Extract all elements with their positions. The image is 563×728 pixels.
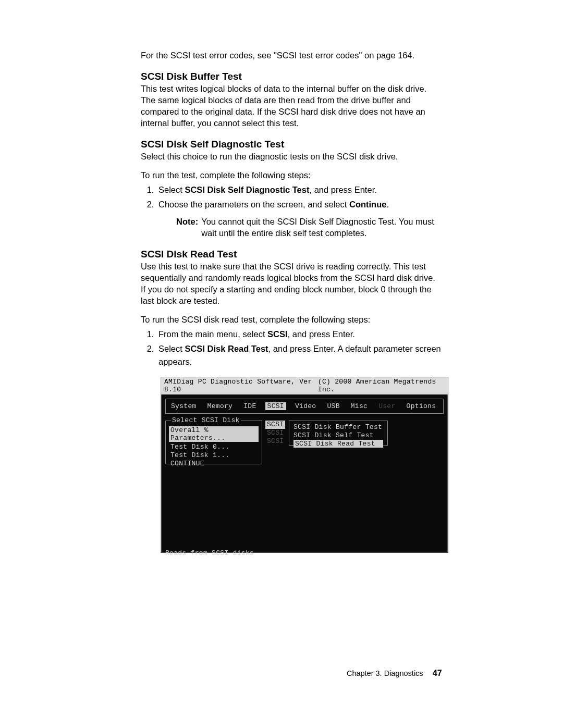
panel-left-highlight: Overall % Parameters... xyxy=(169,426,259,442)
panel-left-title: Select SCSI Disk xyxy=(171,416,241,424)
note-body: You cannot quit the SCSI Disk Self Diagn… xyxy=(201,216,442,239)
menu-bar: System Memory IDE SCSI Video USB Misc Us… xyxy=(165,399,444,414)
terminal-title: AMIDiag PC Diagnostic Software, Ver 8.10 xyxy=(164,378,318,393)
status-line: Reads from SCSI disks xyxy=(165,549,254,557)
section2-steps: Select SCSI Disk Self Diagnostic Test, a… xyxy=(141,183,442,239)
section2-body1: Select this choice to run the diagnostic… xyxy=(141,151,442,163)
section1-title: SCSI Disk Buffer Test xyxy=(141,71,442,82)
page-footer: Chapter 3. Diagnostics 47 xyxy=(347,668,442,678)
tag0: SCSI xyxy=(265,421,285,429)
panel-left-row1: Test Disk 1... xyxy=(169,451,259,460)
section1-body: This test writes logical blocks of data … xyxy=(141,83,442,129)
section2-step2: Choose the parameters on the screen, and… xyxy=(156,198,442,239)
terminal-copyright: (C) 2000 American Megatrends Inc. xyxy=(318,378,445,393)
section2-title: SCSI Disk Self Diagnostic Test xyxy=(141,139,442,150)
section2-step1: Select SCSI Disk Self Diagnostic Test, a… xyxy=(156,183,442,196)
menu-video: Video xyxy=(295,402,316,410)
tag-column: SCSI SCSI SCSI xyxy=(265,421,285,446)
terminal-figure: AMIDiag PC Diagnostic Software, Ver 8.10… xyxy=(161,377,448,553)
panel-left-row2: CONTINUE xyxy=(169,460,259,468)
section2-body2: To run the test, complete the following … xyxy=(141,170,442,181)
panel-right-highlight: SCSI Disk Read Test xyxy=(293,440,383,448)
tag1: SCSI xyxy=(265,429,285,437)
panel-right-row1: SCSI Disk Self Test xyxy=(293,431,383,440)
section3-title: SCSI Disk Read Test xyxy=(141,249,442,260)
intro-paragraph: For the SCSI test error codes, see "SCSI… xyxy=(141,50,442,61)
menu-ide: IDE xyxy=(243,402,256,410)
menu-system: System xyxy=(171,402,197,410)
menu-memory: Memory xyxy=(207,402,233,410)
section3-body1: Use this test to make sure that the SCSI… xyxy=(141,261,442,307)
panel-right: SCSI Disk Buffer Test SCSI Disk Self Tes… xyxy=(289,421,388,446)
section3-steps: From the main menu, select SCSI, and pre… xyxy=(141,328,442,368)
menu-scsi: SCSI xyxy=(265,402,286,410)
panel-right-row0: SCSI Disk Buffer Test xyxy=(293,423,383,431)
section3-step1: From the main menu, select SCSI, and pre… xyxy=(156,328,442,341)
menu-misc: Misc xyxy=(351,402,368,410)
footer-chapter: Chapter 3. Diagnostics xyxy=(347,669,423,677)
note-label: Note: xyxy=(176,216,198,239)
panel-left-row0: Test Disk 0... xyxy=(169,443,259,451)
section3-step2: Select SCSI Disk Read Test, and press En… xyxy=(156,342,442,368)
menu-options: Options xyxy=(407,402,436,410)
footer-page-number: 47 xyxy=(433,668,442,677)
menu-usb: USB xyxy=(327,402,339,410)
panel-left: Select SCSI Disk Overall % Parameters...… xyxy=(165,421,262,464)
section3-body2: To run the SCSI disk read test, complete… xyxy=(141,314,442,326)
note-block: Note: You cannot quit the SCSI Disk Self… xyxy=(176,216,442,239)
tag2: SCSI xyxy=(265,437,285,446)
menu-user: User xyxy=(378,402,395,410)
